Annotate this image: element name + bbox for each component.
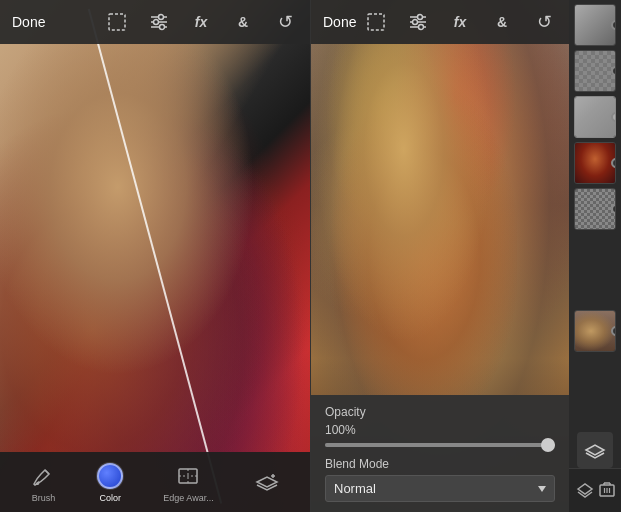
left-bottom-toolbar: Brush Color Edge Awar...: [0, 452, 310, 512]
left-amp-icon[interactable]: &: [230, 9, 256, 35]
svg-point-6: [160, 25, 165, 30]
right-bottom-actions: [569, 468, 621, 512]
move-down-icon[interactable]: [576, 480, 594, 501]
left-canvas-image: [0, 0, 310, 512]
blend-mode-section: Blend Mode Normal: [325, 457, 555, 502]
brush-tool-label: Brush: [32, 493, 56, 503]
right-amp-icon[interactable]: &: [489, 9, 515, 35]
left-panel: Done fx & ↺: [0, 0, 310, 512]
blend-mode-select[interactable]: Normal: [325, 475, 555, 502]
edge-aware-icon: [174, 462, 202, 490]
layer-thumb-1[interactable]: [574, 4, 616, 46]
left-undo-icon[interactable]: ↺: [272, 9, 298, 35]
left-top-toolbar: Done fx & ↺: [0, 0, 310, 44]
svg-rect-11: [368, 14, 384, 30]
color-tool-button[interactable]: Color: [96, 462, 124, 503]
layer-thumb-6[interactable]: [574, 310, 616, 352]
svg-line-7: [45, 470, 49, 474]
opacity-value: 100%: [325, 423, 555, 437]
layer-radio-6: [611, 326, 616, 336]
right-toolbar-icons: fx & ↺: [363, 9, 557, 35]
svg-point-17: [419, 25, 424, 30]
opacity-section: Opacity 100%: [325, 405, 555, 447]
left-lasso-icon[interactable]: [104, 9, 130, 35]
svg-point-5: [154, 20, 159, 25]
layers-panel: +: [569, 0, 621, 512]
svg-point-15: [418, 15, 423, 20]
layer-radio-5: [611, 204, 616, 214]
right-lasso-icon[interactable]: [363, 9, 389, 35]
left-face-overlay: [0, 44, 310, 452]
right-fx-icon[interactable]: fx: [447, 9, 473, 35]
layer-thumb-4[interactable]: [574, 142, 616, 184]
layer-thumb-3[interactable]: [574, 96, 616, 138]
right-face-overlay: [311, 44, 517, 396]
right-panel: Done fx & ↺: [310, 0, 621, 512]
layers-add-button[interactable]: [253, 468, 281, 496]
layer-radio-3: [611, 112, 616, 122]
right-done-button[interactable]: Done: [323, 14, 356, 30]
opacity-label: Opacity: [325, 405, 555, 419]
edge-aware-tool-button[interactable]: Edge Awar...: [163, 462, 213, 503]
svg-point-16: [413, 20, 418, 25]
svg-rect-0: [109, 14, 125, 30]
layers-icon[interactable]: [577, 432, 613, 468]
brush-tool-button[interactable]: Brush: [29, 462, 57, 503]
delete-layer-icon[interactable]: [599, 481, 615, 500]
blend-mode-label: Blend Mode: [325, 457, 555, 471]
opacity-slider-fill: [325, 443, 555, 447]
right-bottom-panel: Opacity 100% Blend Mode Normal: [311, 395, 569, 512]
edge-aware-tool-label: Edge Awar...: [163, 493, 213, 503]
left-done-button[interactable]: Done: [12, 14, 45, 30]
opacity-slider[interactable]: [325, 443, 555, 447]
left-adjust-icon[interactable]: [146, 9, 172, 35]
layer-radio-1: [611, 20, 616, 30]
left-fx-icon[interactable]: fx: [188, 9, 214, 35]
layers-add-icon: [253, 468, 281, 496]
opacity-slider-thumb[interactable]: [541, 438, 555, 452]
right-top-toolbar: Done fx & ↺: [311, 0, 569, 44]
right-adjust-icon[interactable]: [405, 9, 431, 35]
svg-point-4: [159, 15, 164, 20]
layer-thumb-2[interactable]: [574, 50, 616, 92]
layer-radio-4: [611, 158, 616, 168]
left-toolbar-icons: fx & ↺: [104, 9, 298, 35]
chevron-down-icon: [538, 486, 546, 492]
layer-radio-2: [611, 66, 616, 76]
color-icon: [96, 462, 124, 490]
right-undo-icon[interactable]: ↺: [531, 9, 557, 35]
layer-thumb-5[interactable]: [574, 188, 616, 230]
color-tool-label: Color: [100, 493, 122, 503]
brush-icon: [29, 462, 57, 490]
blend-mode-value: Normal: [334, 481, 376, 496]
